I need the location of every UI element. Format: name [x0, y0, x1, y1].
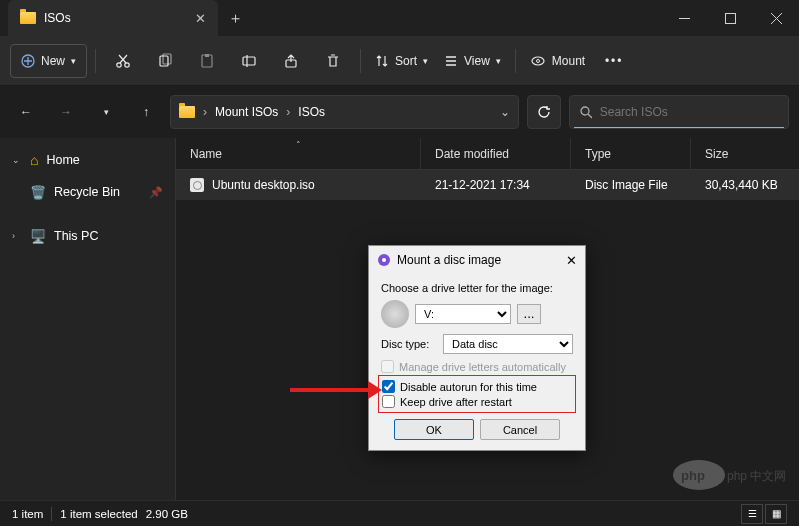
sidebar-label: Home [46, 153, 79, 167]
sidebar-item-home[interactable]: ⌄ ⌂ Home [0, 144, 175, 176]
forward-button[interactable]: → [50, 96, 82, 128]
dialog-close-button[interactable]: ✕ [566, 253, 577, 268]
up-button[interactable]: ↑ [130, 96, 162, 128]
svg-point-13 [581, 107, 589, 115]
search-box[interactable] [569, 95, 789, 129]
tab-title: ISOs [44, 11, 71, 25]
sidebar-label: Recycle Bin [54, 185, 120, 199]
column-header-size[interactable]: Size [691, 138, 799, 169]
dialog-title: Mount a disc image [397, 253, 501, 267]
mount-button[interactable]: Mount [524, 44, 591, 78]
chevron-right-icon: › [203, 105, 207, 119]
copy-button[interactable] [146, 44, 184, 78]
cut-button[interactable] [104, 44, 142, 78]
close-tab-button[interactable]: ✕ [195, 11, 206, 26]
file-date: 21-12-2021 17:34 [421, 178, 571, 192]
view-button[interactable]: View ▾ [438, 44, 507, 78]
delete-button[interactable] [314, 44, 352, 78]
refresh-button[interactable] [527, 95, 561, 129]
maximize-button[interactable] [707, 0, 753, 36]
folder-icon [20, 12, 36, 24]
new-label: New [41, 54, 65, 68]
column-header-date[interactable]: Date modified [421, 138, 571, 169]
disable-autorun-checkbox[interactable]: Disable autorun for this time [382, 380, 572, 393]
share-button[interactable] [272, 44, 310, 78]
breadcrumb-segment[interactable]: ISOs [298, 105, 325, 119]
chevron-right-icon: › [12, 231, 22, 241]
paste-button[interactable] [188, 44, 226, 78]
chevron-down-icon[interactable]: ⌄ [500, 105, 510, 119]
breadcrumb-segment[interactable]: Mount ISOs [215, 105, 278, 119]
manage-drives-checkbox: Manage drive letters automatically [381, 360, 573, 373]
folder-icon [179, 106, 195, 118]
file-name: Ubuntu desktop.iso [212, 178, 315, 192]
chevron-down-icon: ▾ [423, 56, 428, 66]
recent-button[interactable]: ▾ [90, 96, 122, 128]
mount-disc-image-dialog: Mount a disc image ✕ Choose a drive lett… [368, 245, 586, 451]
details-view-toggle[interactable]: ☰ [741, 504, 763, 524]
recycle-bin-icon: 🗑️ [30, 185, 46, 200]
chevron-down-icon: ▾ [496, 56, 501, 66]
svg-point-11 [532, 57, 544, 65]
svg-point-12 [536, 59, 539, 62]
rename-button[interactable] [230, 44, 268, 78]
chevron-right-icon: › [286, 105, 290, 119]
choose-drive-label: Choose a drive letter for the image: [381, 282, 573, 294]
status-selected-size: 2.90 GB [146, 508, 188, 520]
drive-letter-select[interactable]: V: [415, 304, 511, 324]
thumbnails-view-toggle[interactable]: ▦ [765, 504, 787, 524]
sidebar-item-recycle-bin[interactable]: 🗑️ Recycle Bin 📌 [0, 176, 175, 208]
disc-icon [381, 300, 409, 328]
file-size: 30,43,440 KB [691, 178, 799, 192]
back-button[interactable]: ← [10, 96, 42, 128]
disc-type-label: Disc type: [381, 338, 437, 350]
table-row[interactable]: Ubuntu desktop.iso 21-12-2021 17:34 Disc… [176, 170, 799, 200]
svg-point-15 [382, 258, 386, 262]
minimize-button[interactable] [661, 0, 707, 36]
sort-indicator-icon: ˄ [296, 140, 301, 150]
sidebar-label: This PC [54, 229, 98, 243]
ok-button[interactable]: OK [394, 419, 474, 440]
iso-file-icon [190, 178, 204, 192]
view-label: View [464, 54, 490, 68]
mount-label: Mount [552, 54, 585, 68]
svg-rect-8 [205, 54, 209, 57]
sidebar-item-this-pc[interactable]: › 🖥️ This PC [0, 220, 175, 252]
search-icon [580, 106, 592, 119]
chevron-down-icon: ▾ [71, 56, 76, 66]
search-input[interactable] [600, 105, 778, 119]
new-button[interactable]: New ▾ [10, 44, 87, 78]
svg-rect-0 [679, 18, 690, 19]
pc-icon: 🖥️ [30, 229, 46, 244]
pin-icon: 📌 [149, 186, 163, 199]
address-bar[interactable]: › Mount ISOs › ISOs ⌄ [170, 95, 519, 129]
svg-rect-1 [725, 13, 735, 23]
app-icon [377, 253, 391, 267]
status-selected-count: 1 item selected [60, 508, 137, 520]
chevron-down-icon: ⌄ [12, 155, 22, 165]
column-header-type[interactable]: Type [571, 138, 691, 169]
close-window-button[interactable] [753, 0, 799, 36]
sort-label: Sort [395, 54, 417, 68]
home-icon: ⌂ [30, 152, 38, 168]
svg-rect-9 [243, 57, 255, 65]
more-button[interactable]: ••• [595, 44, 633, 78]
keep-drive-checkbox[interactable]: Keep drive after restart [382, 395, 572, 408]
svg-point-4 [125, 62, 129, 66]
status-item-count: 1 item [12, 508, 43, 520]
sort-button[interactable]: Sort ▾ [369, 44, 434, 78]
file-type: Disc Image File [571, 178, 691, 192]
highlight-annotation: Disable autorun for this time Keep drive… [378, 375, 576, 413]
svg-point-3 [117, 62, 121, 66]
disc-type-select[interactable]: Data disc [443, 334, 573, 354]
new-tab-button[interactable]: ＋ [218, 1, 252, 35]
cancel-button[interactable]: Cancel [480, 419, 560, 440]
active-tab[interactable]: ISOs ✕ [8, 0, 218, 36]
browse-button[interactable]: ... [517, 304, 541, 324]
